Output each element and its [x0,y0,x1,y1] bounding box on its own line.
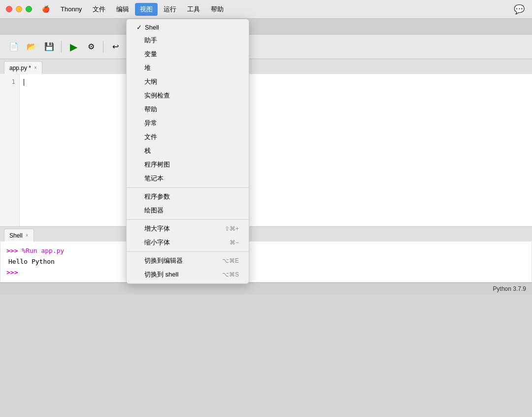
shell-tab-label: Shell [9,232,23,239]
menu-run[interactable]: 运行 [159,3,181,16]
shell-tab[interactable]: Shell × [4,229,34,242]
shortcut-decrease-font: ⌘− [230,239,239,246]
line-numbers: 1 [0,74,20,226]
menu-item-inspect[interactable]: 实例检查 [127,89,249,103]
toolbar-separator-2 [103,41,103,53]
editor-tab[interactable]: app.py * × [4,61,42,74]
menu-label-help: 帮助 [144,105,157,114]
menu-item-files[interactable]: 文件 [127,130,249,144]
menu-item-stack[interactable]: 栈 [127,144,249,158]
step-back-button[interactable]: ↩ [107,39,123,55]
menu-file[interactable]: 文件 [88,3,110,16]
shortcut-switch-editor: ⌥⌘E [222,257,239,264]
menu-item-shell[interactable]: ✓ Shell [127,21,249,34]
menu-label-files: 文件 [144,133,157,141]
menu-label-plotter: 绘图器 [144,206,164,215]
menu-edit[interactable]: 编辑 [111,3,134,16]
shell-tab-bar: Shell × [0,227,532,242]
titlebar: 🍎 Thonny 文件 编辑 视图 运行 工具 帮助 💬 [0,0,532,19]
line-number-1: 1 [0,78,15,85]
menu-item-variables[interactable]: 变量 [127,47,249,61]
menu-label-heap: 堆 [144,64,151,72]
view-dropdown-menu: ✓ Shell 助手 变量 堆 大纲 实例检查 [126,19,249,284]
shell-line-3: >>> [6,267,526,278]
menu-label-prgtree: 程序树图 [144,160,170,169]
menu-item-exception[interactable]: 异常 [127,116,249,130]
separator-1 [127,187,249,188]
menu-tools[interactable]: 工具 [182,3,205,16]
separator-3 [127,251,249,252]
titlebar-right: 💬 [514,4,525,15]
traffic-lights [6,6,32,12]
menu-item-switch-shell[interactable]: 切换到 shell ⌥⌘S [127,268,249,281]
shell-output-1: Hello Python [6,258,55,265]
shell-command-1: %Run app.py [22,247,64,254]
apple-menu[interactable]: 🍎 [37,3,55,15]
cursor [24,79,24,86]
menu-item-plotter[interactable]: 绘图器 [127,204,249,217]
editor-tab-label: app.py * [9,65,31,71]
maximize-button[interactable] [26,6,32,12]
new-file-button[interactable]: 📄 [6,39,22,55]
menu-label-inspect: 实例检查 [144,91,170,100]
menu-label-assistant: 助手 [144,36,157,45]
editor-content[interactable]: 1 [0,74,532,226]
toolbar-separator-1 [61,41,62,53]
shell-line-1: >>> %Run app.py [6,245,526,256]
menu-help[interactable]: 帮助 [206,3,229,16]
separator-2 [127,219,249,220]
filepath-bar: doudou/tmp/app.py @ 1 : 1 [0,19,532,35]
menu-item-increase-font[interactable]: 增大字体 ⇧⌘+ [127,222,249,236]
toolbar: 📄 📂 💾 ▶ ⚙ ↩ ↪ [0,35,532,59]
menu-label-switch-shell: 切换到 shell [144,270,178,279]
menu-item-help[interactable]: 帮助 [127,103,249,116]
menu-label-variables: 变量 [144,50,157,59]
menu-label-exception: 异常 [144,119,157,128]
menu-label-shell: Shell [145,24,159,31]
menu-bar: 🍎 Thonny 文件 编辑 视图 运行 工具 帮助 [37,0,229,18]
shell-prompt-1: >>> [6,247,18,254]
shell-tab-close[interactable]: × [26,233,29,238]
shell-area: Shell × >>> %Run app.py Hello Python >>> [0,227,532,282]
menu-label-switch-editor: 切换到编辑器 [144,256,183,265]
menu-label-stack: 栈 [144,146,151,155]
menu-label-notebook: 笔记本 [144,174,164,183]
run-button[interactable]: ▶ [66,39,81,55]
menu-item-notebook[interactable]: 笔记本 [127,172,249,185]
open-file-button[interactable]: 📂 [24,39,39,55]
code-area[interactable] [20,74,532,226]
menu-item-heap[interactable]: 堆 [127,61,249,75]
menu-item-prgargs[interactable]: 程序参数 [127,190,249,204]
menu-item-assistant[interactable]: 助手 [127,34,249,47]
menu-view[interactable]: 视图 [135,3,158,16]
close-button[interactable] [6,6,12,12]
check-icon-shell: ✓ [136,24,142,31]
menu-item-outline[interactable]: 大纲 [127,75,249,89]
status-bar: Python 3.7.9 [0,282,532,294]
shell-prompt-2: >>> [6,269,18,276]
minimize-button[interactable] [16,6,22,12]
menu-thonny[interactable]: Thonny [56,3,87,15]
menu-label-decrease-font: 缩小字体 [144,238,170,247]
menu-item-decrease-font[interactable]: 缩小字体 ⌘− [127,236,249,249]
menu-label-increase-font: 增大字体 [144,224,170,233]
wechat-icon: 💬 [514,4,525,14]
editor-tab-close[interactable]: × [34,65,37,70]
menu-item-prgtree[interactable]: 程序树图 [127,158,249,172]
debug-button[interactable]: ⚙ [83,39,99,55]
menu-label-prgargs: 程序参数 [144,192,170,201]
editor-tab-bar: app.py * × [0,59,532,74]
save-file-button[interactable]: 💾 [41,39,57,55]
shell-line-2: Hello Python [6,256,526,267]
shortcut-switch-shell: ⌥⌘S [222,271,239,278]
shell-content[interactable]: >>> %Run app.py Hello Python >>> [0,242,532,282]
editor-area: app.py * × 1 [0,59,532,227]
menu-item-switch-editor[interactable]: 切换到编辑器 ⌥⌘E [127,254,249,268]
python-version: Python 3.7.9 [493,285,526,292]
menu-label-outline: 大纲 [144,77,157,86]
shortcut-increase-font: ⇧⌘+ [225,225,239,232]
